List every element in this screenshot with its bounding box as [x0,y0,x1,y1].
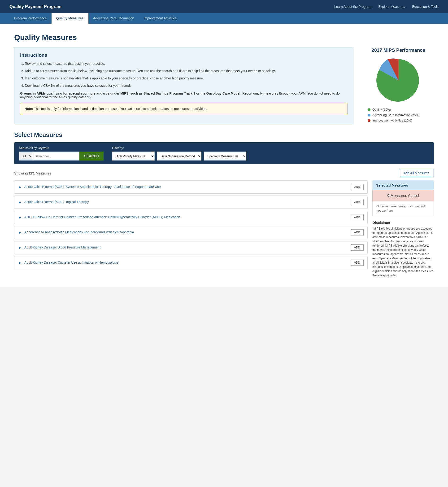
search-group: Search All by keyword All SEARCH [19,146,108,160]
measure-name[interactable]: ADHD: Follow-Up Care for Children Prescr… [24,215,180,220]
note-box: Note: This tool is only for informationa… [20,103,348,115]
instruction-1: Review and select measures that best fit… [25,61,348,66]
chevron-right-icon: ► [18,246,22,250]
add-button[interactable]: ADD [351,214,364,220]
search-button[interactable]: SEARCH [80,152,104,160]
measure-name[interactable]: Acute Otitis Externa (AOE): Systemic Ant… [24,185,161,189]
measures-list: ► Acute Otitis Externa (AOE): Systemic A… [14,180,368,278]
disclaimer-title: Disclaimer [372,221,434,224]
chevron-right-icon: ► [18,185,22,189]
main-content: Quality Measures Instructions Review and… [0,24,448,287]
pie-svg [375,57,422,104]
measure-left: ► Adherence to Antipsychotic Medications… [18,230,134,235]
disclaimer-text: *MIPS eligible clinicians or groups are … [372,226,434,278]
search-input[interactable] [32,152,80,160]
nav-learn[interactable]: Learn About the Program [334,5,371,8]
measures-count: 271 [29,171,35,175]
add-button[interactable]: ADD [351,229,364,235]
selected-panel: Selected Measures 0 Measures Added Once … [372,180,434,278]
pie-chart [363,57,434,104]
filter-specialty-set[interactable]: Specialty Measure Set [204,152,246,160]
search-label: Search All by keyword [19,146,108,150]
bold-note-label: Groups in APMs qualifying for special sc… [20,91,241,95]
nav-explore[interactable]: Explore Measures [378,5,405,8]
chart-title: 2017 MIPS Performance [363,48,434,53]
legend-quality-dot [368,108,370,111]
search-bar-container: Search All by keyword All SEARCH Filter … [14,142,434,164]
legend-improvement-dot [368,119,370,122]
measure-left: ► Acute Otitis Externa (AOE): Topical Th… [18,200,89,205]
tab-bar: Program Performance Quality Measures Adv… [0,13,448,24]
page-title: Quality Measures [14,33,434,42]
nav-education[interactable]: Education & Tools [412,5,439,8]
tab-program-performance[interactable]: Program Performance [9,13,52,24]
chevron-right-icon: ► [18,231,22,235]
table-row: ► Adult Kidney Disease: Catheter Use at … [14,256,368,269]
instruction-3: If an outcome measure is not available t… [25,76,348,81]
bold-note: Groups in APMs qualifying for special sc… [20,91,348,99]
site-logo: Quality Payment Program [9,4,62,9]
content-row: Instructions Review and select measures … [14,48,434,124]
legend-improvement-label: Improvement Activities (15%) [372,119,412,122]
instructions-box: Instructions Review and select measures … [14,48,353,124]
search-type-select[interactable]: All [19,152,32,160]
top-nav: Learn About the Program Explore Measures… [334,5,439,8]
add-button[interactable]: ADD [351,184,364,190]
legend-advancing-label: Advancing Care Information (25%) [372,113,419,117]
no-measures-text: Once you select measures, they will appe… [372,201,434,216]
add-button[interactable]: ADD [351,199,364,205]
table-row: ► Adherence to Antipsychotic Medications… [14,226,368,239]
results-header: Showing 271 Measures Add All Measures [14,169,434,177]
instruction-4: Download a CSV file of the measures you … [25,83,348,88]
measures-added-label: Measures Added [391,194,419,198]
select-measures-title: Select Measures [14,131,434,138]
tab-quality-measures[interactable]: Quality Measures [52,13,88,24]
results-count: Showing 271 Measures [14,171,51,175]
chart-legend: Quality (60%) Advancing Care Information… [363,108,434,122]
selected-header: Selected Measures [372,180,434,190]
table-row: ► Acute Otitis Externa (AOE): Topical Th… [14,196,368,209]
add-button[interactable]: ADD [351,260,364,266]
search-filter-row: Search All by keyword All SEARCH Filter … [19,146,429,160]
measure-name[interactable]: Adherence to Antipsychotic Medications F… [24,230,134,235]
chevron-right-icon: ► [18,261,22,265]
measure-name[interactable]: Adult Kidney Disease: Blood Pressure Man… [24,245,100,250]
chart-section: 2017 MIPS Performance Quality (60%) [363,48,434,124]
legend-improvement: Improvement Activities (15%) [368,119,434,122]
filter-label: Filter by: [112,146,246,150]
add-all-button[interactable]: Add All Measures [399,169,434,177]
note-label: Note: [24,107,33,111]
instructions-list: Review and select measures that best fit… [20,61,348,88]
measure-name[interactable]: Acute Otitis Externa (AOE): Topical Ther… [24,200,89,205]
measure-name[interactable]: Adult Kidney Disease: Catheter Use at In… [24,260,119,265]
legend-quality-label: Quality (60%) [372,108,391,111]
tab-advancing-care[interactable]: Advancing Care Information [88,13,139,24]
filter-high-priority[interactable]: High Priority Measure [112,152,155,160]
disclaimer-section: Disclaimer *MIPS eligible clinicians or … [372,221,434,278]
table-row: ► ADHD: Follow-Up Care for Children Pres… [14,211,368,224]
chevron-right-icon: ► [18,215,22,220]
table-row: ► Adult Kidney Disease: Blood Pressure M… [14,241,368,254]
note-text: This tool is only for informational and … [33,107,207,111]
filter-by-group: Filter by: High Priority Measure Data Su… [112,146,246,160]
measure-left: ► Adult Kidney Disease: Catheter Use at … [18,260,118,265]
legend-quality: Quality (60%) [368,108,434,111]
measures-label: Measures [36,171,51,175]
chevron-right-icon: ► [18,200,22,205]
filter-selects: High Priority Measure Data Submission Me… [112,152,246,160]
measures-added-count: 0 [387,194,389,198]
add-button[interactable]: ADD [351,244,364,251]
legend-advancing-dot [368,114,370,117]
legend-advancing: Advancing Care Information (25%) [368,113,434,117]
instruction-2: Add up to six measures from the list bel… [25,69,348,73]
measures-added-box: 0 Measures Added [372,190,434,201]
measure-left: ► Adult Kidney Disease: Blood Pressure M… [18,245,100,250]
showing-label: Showing [14,171,28,175]
measure-left: ► ADHD: Follow-Up Care for Children Pres… [18,215,180,220]
tab-improvement-activities[interactable]: Improvement Activities [139,13,181,24]
measure-left: ► Acute Otitis Externa (AOE): Systemic A… [18,185,161,189]
instructions-title: Instructions [20,53,348,58]
measures-columns: ► Acute Otitis Externa (AOE): Systemic A… [14,180,434,278]
top-header: Quality Payment Program Learn About the … [0,0,448,13]
filter-data-submission[interactable]: Data Submission Method [157,152,201,160]
